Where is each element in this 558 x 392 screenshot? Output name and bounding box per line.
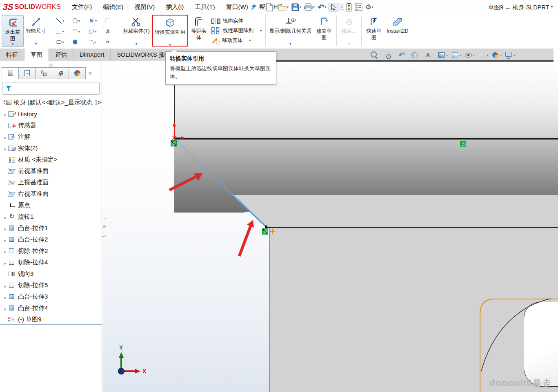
smart-dimension-button[interactable]: 智能尺寸 <box>24 14 48 46</box>
hud-button[interactable] <box>423 51 434 60</box>
menu-item[interactable]: 文件(F) <box>72 3 92 11</box>
sketch-tool-button[interactable] <box>101 37 117 47</box>
selected-edge-blue[interactable] <box>266 227 558 228</box>
dropdown-caret-icon[interactable]: ▾ <box>273 5 275 9</box>
sketch-tool-button[interactable] <box>84 16 101 26</box>
dropdown-caret-icon[interactable]: ▾ <box>300 5 301 9</box>
expand-arrow-icon[interactable] <box>2 248 8 255</box>
dropdown-caret-icon[interactable]: ▾ <box>313 5 315 9</box>
sketch-tool-button[interactable] <box>84 26 101 37</box>
command-tab[interactable]: DimXpert <box>73 49 111 61</box>
panel-grip-icon[interactable] <box>49 64 53 67</box>
menu-item[interactable]: 工具(T) <box>195 3 215 11</box>
sketch-tool-button[interactable] <box>68 37 84 47</box>
expand-arrow-icon[interactable] <box>2 282 8 289</box>
linear-sketch-pattern-button[interactable]: 线性草图阵列 <box>209 26 264 35</box>
tree-item[interactable]: 切除-拉伸4 <box>0 257 102 268</box>
dropdown-caret-icon[interactable] <box>95 19 97 23</box>
undo-button[interactable]: ↶ ▾ <box>317 3 327 12</box>
hud-button[interactable] <box>450 51 461 60</box>
dropdown-caret-icon[interactable] <box>94 40 96 44</box>
tree-item[interactable]: 凸台-拉伸1 <box>0 222 102 234</box>
dropdown-caret-icon[interactable] <box>487 53 488 57</box>
command-tab[interactable]: 草图 <box>24 49 49 61</box>
hud-button[interactable] <box>464 51 475 60</box>
expand-arrow-icon[interactable] <box>2 305 8 312</box>
hud-button[interactable] <box>437 51 448 60</box>
dropdown-caret-icon[interactable] <box>35 42 37 46</box>
model-vertical-edge[interactable] <box>174 80 175 139</box>
tree-item[interactable]: 镜向3 <box>0 268 102 279</box>
hud-button[interactable] <box>477 51 488 60</box>
tree-item[interactable]: 注解 <box>0 131 102 142</box>
dropdown-caret-icon[interactable] <box>62 30 64 33</box>
tree-item[interactable]: 切除-拉伸2 <box>0 245 102 257</box>
expand-arrow-icon[interactable] <box>2 236 8 243</box>
panel-splitter-handle[interactable] <box>102 218 106 237</box>
tree-item[interactable]: 原点 <box>0 199 102 211</box>
dropdown-caret-icon[interactable] <box>460 53 461 57</box>
sketch-tool-button[interactable] <box>52 37 68 47</box>
dropdown-caret-icon[interactable] <box>249 39 251 42</box>
sketch-tool-button[interactable] <box>68 16 84 26</box>
move-entities-button[interactable]: 移动实体 <box>209 35 264 45</box>
tab-dimxpert[interactable] <box>52 67 69 79</box>
print-button[interactable]: ▾ <box>303 3 316 11</box>
sketch-tool-button[interactable] <box>52 26 68 37</box>
dropdown-caret-icon[interactable] <box>12 42 14 46</box>
dropdown-caret-icon[interactable] <box>62 19 64 23</box>
select-tool-button[interactable] <box>329 3 338 11</box>
hud-button[interactable] <box>491 51 502 60</box>
dropdown-caret-icon[interactable] <box>500 53 502 57</box>
dropdown-caret-icon[interactable] <box>136 42 138 46</box>
tree-root-item[interactable]: 枪身 (默认<<默认>_显示状态 1> <box>0 97 102 108</box>
tab-feature-tree[interactable] <box>2 67 19 79</box>
sketch-tool-button[interactable] <box>101 16 117 26</box>
tab-appearances[interactable] <box>69 67 86 79</box>
dropdown-caret-icon[interactable] <box>289 42 291 46</box>
tree-item[interactable]: 旋转1 <box>0 211 102 222</box>
command-tab[interactable]: 特征 <box>0 49 24 61</box>
tab-configurations[interactable] <box>35 67 52 79</box>
settings-button[interactable]: ⚙ ▾ <box>365 3 374 11</box>
rebuild-traffic-light-icon[interactable] <box>347 3 351 11</box>
tree-item[interactable]: 上视基准面 <box>0 177 102 188</box>
expand-arrow-icon[interactable] <box>2 213 8 220</box>
command-tab[interactable]: 评估 <box>49 49 73 61</box>
dropdown-caret-icon[interactable] <box>62 40 64 44</box>
rapid-sketch-button[interactable]: 快速草图 <box>363 14 385 46</box>
graphics-viewport[interactable]: Z Y X dooooit0暴走 <box>102 61 558 392</box>
dropdown-caret-icon[interactable] <box>473 53 475 57</box>
menu-item[interactable]: 插入(I) <box>166 3 184 11</box>
tab-property-manager[interactable] <box>18 67 36 79</box>
quick-snaps-button[interactable]: 快速... <box>338 14 360 46</box>
model-light-face-lower[interactable] <box>269 228 558 392</box>
hud-button[interactable] <box>504 51 515 60</box>
menu-item[interactable]: 窗口(W) <box>226 3 248 11</box>
sketch-tool-button[interactable] <box>101 26 117 37</box>
hud-button[interactable] <box>369 51 380 60</box>
trim-entities-button[interactable]: 剪裁实体(T) <box>121 14 152 46</box>
tree-item[interactable]: 前视基准面 <box>0 165 102 177</box>
tree-filter-box[interactable] <box>2 82 100 95</box>
dropdown-caret-icon[interactable] <box>446 53 448 57</box>
dropdown-caret-icon[interactable]: ▾ <box>287 5 289 9</box>
sketch-orange-edge[interactable] <box>269 228 270 392</box>
dropdown-caret-icon[interactable] <box>78 19 80 23</box>
hud-button[interactable] <box>396 51 407 60</box>
expand-arrow-icon[interactable] <box>2 133 8 140</box>
sketch-tool-button[interactable] <box>68 26 84 37</box>
save-button[interactable]: ▾ <box>291 3 302 11</box>
dropdown-caret-icon[interactable]: ▾ <box>372 5 373 9</box>
new-document-button[interactable]: ▾ <box>265 2 276 12</box>
tree-item[interactable]: 凸台-拉伸2 <box>0 234 102 245</box>
hud-button[interactable] <box>410 51 421 60</box>
repair-sketch-button[interactable]: 修复草图 <box>313 14 335 46</box>
instant2d-button[interactable]: Instant2D <box>385 14 411 46</box>
expand-arrow-icon[interactable] <box>2 145 8 152</box>
tree-item[interactable]: 凸台-拉伸4 <box>0 302 102 314</box>
tree-item[interactable]: 材质 <未指定> <box>0 154 102 165</box>
dropdown-caret-icon[interactable] <box>78 30 80 33</box>
options-list-button[interactable] <box>354 3 363 11</box>
exit-sketch-button[interactable]: 退出草图 <box>2 15 24 47</box>
